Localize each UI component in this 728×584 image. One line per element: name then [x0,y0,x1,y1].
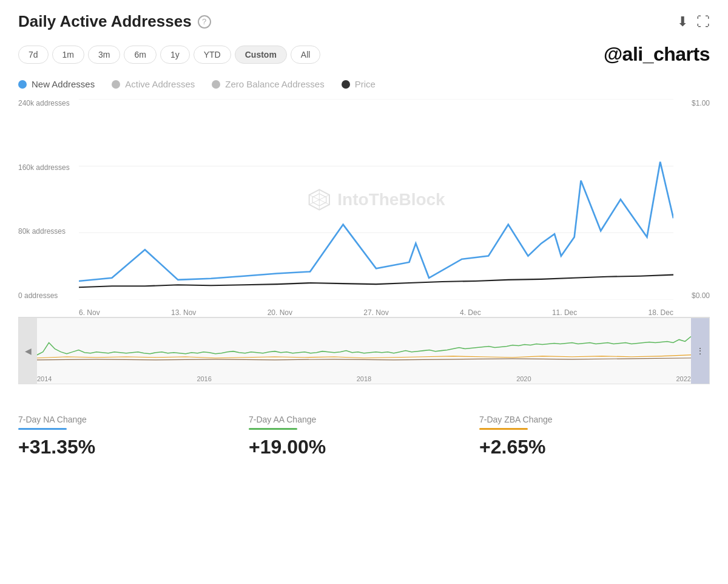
y-axis-right: $1.00$0.00 [673,99,710,317]
filter-btn-7d[interactable]: 7d [18,46,49,64]
stat-value: +19.00% [249,436,467,458]
scroll-left-handle[interactable]: ◀ [19,318,37,384]
x-axis-label: 27. Nov [363,308,388,317]
fullscreen-icon[interactable]: ⛶ [696,14,710,30]
legend-label: Active Addresses [125,79,195,89]
mini-chart-inner [37,318,691,370]
mini-x-axis: 20142016201820202022 [37,375,691,382]
y-axis-left: 240k addresses160k addresses80k addresse… [18,99,79,317]
y-axis-label: 80k addresses [18,227,79,236]
y-axis-right-label: $0.00 [673,291,710,300]
main-chart: 240k addresses160k addresses80k addresse… [18,99,710,317]
legend-label: Price [355,79,376,89]
stats-row: 7-Day NA Change+31.35%7-Day AA Change+19… [18,402,710,464]
chart-svg-container: IntoTheBlock [79,99,673,300]
y-axis-label: 0 addresses [18,291,79,300]
stat-underline [249,428,297,430]
header-actions: ⬇ ⛶ [677,14,710,30]
chart-legend: New AddressesActive AddressesZero Balanc… [18,79,710,89]
x-axis-label: 18. Dec [649,308,673,317]
legend-item-new-addresses[interactable]: New Addresses [18,79,95,89]
chart-header: Daily Active Addresses ? ⬇ ⛶ [18,12,710,31]
stat-value: +31.35% [18,436,237,458]
stat-label: 7-Day AA Change [249,415,467,424]
mini-x-axis-label: 2020 [516,375,531,382]
title-row: Daily Active Addresses ? [18,12,211,31]
stat-item-7-day-zba-change: 7-Day ZBA Change+2.65% [479,409,710,464]
mini-x-axis-label: 2018 [357,375,371,382]
mini-chart-svg [37,318,691,370]
x-axis-label: 4. Dec [460,308,481,317]
filter-btn-ytd[interactable]: YTD [194,46,231,64]
stat-label: 7-Day NA Change [18,415,237,424]
filter-btn-1y[interactable]: 1y [160,46,190,64]
legend-label: New Addresses [32,79,95,89]
filter-btn-6m[interactable]: 6m [124,46,156,64]
filter-btn-3m[interactable]: 3m [88,46,120,64]
stat-value: +2.65% [479,436,698,458]
y-axis-label: 160k addresses [18,163,79,172]
legend-item-active-addresses[interactable]: Active Addresses [112,79,195,89]
watermark-text: @ali_charts [604,43,710,66]
time-filter-row: 7d1m3m6m1yYTDCustomAll @ali_charts [18,43,710,66]
legend-dot [112,80,120,89]
y-axis-right-label: $1.00 [673,99,710,107]
x-axis: 6. Nov13. Nov20. Nov27. Nov4. Dec11. Dec… [79,300,673,317]
filter-btn-all[interactable]: All [291,46,321,64]
legend-item-zero-balance-addresses[interactable]: Zero Balance Addresses [212,79,324,89]
stat-underline [18,428,67,430]
stat-item-7-day-aa-change: 7-Day AA Change+19.00% [249,409,479,464]
help-icon[interactable]: ? [198,15,211,29]
page-title: Daily Active Addresses [18,12,192,31]
x-axis-label: 11. Dec [552,308,577,317]
stat-label: 7-Day ZBA Change [479,415,698,424]
x-axis-label: 13. Nov [171,308,196,317]
filter-btn-1m[interactable]: 1m [52,46,84,64]
filter-buttons: 7d1m3m6m1yYTDCustomAll [18,46,320,64]
legend-label: Zero Balance Addresses [225,79,324,89]
legend-dot [212,80,220,89]
mini-x-axis-label: 2022 [676,375,691,382]
main-chart-svg [79,99,673,300]
x-axis-label: 20. Nov [268,308,292,317]
legend-item-price[interactable]: Price [342,79,376,89]
y-axis-label: 240k addresses [18,99,79,107]
scroll-right-handle[interactable]: ⋮ [691,318,709,384]
legend-dot [342,80,350,89]
stat-item-7-day-na-change: 7-Day NA Change+31.35% [18,409,249,464]
filter-btn-custom[interactable]: Custom [235,46,287,64]
legend-dot [18,80,27,89]
download-icon[interactable]: ⬇ [677,14,688,30]
stat-underline [479,428,528,430]
mini-chart: ◀ ⋮ 20142016201820202022 [18,317,710,384]
x-axis-label: 6. Nov [79,308,100,317]
mini-x-axis-label: 2016 [197,375,211,382]
mini-x-axis-label: 2014 [37,375,52,382]
